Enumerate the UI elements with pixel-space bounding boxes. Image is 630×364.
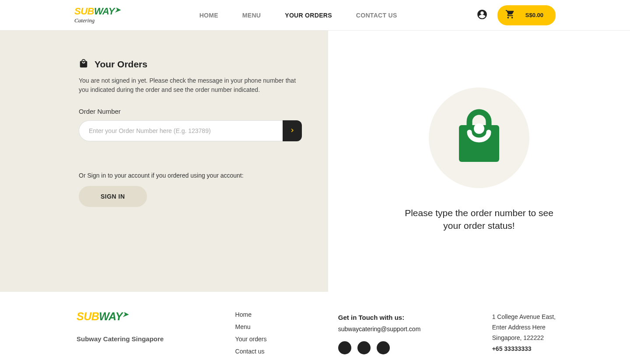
logo-arrow-icon: ➤	[122, 311, 128, 318]
order-number-input[interactable]	[79, 120, 283, 141]
social-link-2[interactable]	[357, 341, 371, 354]
empty-state-message: Please type the order number to see your…	[400, 206, 558, 232]
footer-address-col: 1 College Avenue East, Enter Address Her…	[492, 309, 556, 355]
address-line-1: 1 College Avenue East,	[492, 312, 556, 322]
address-line-2: Enter Address Here	[492, 322, 556, 333]
address-line-3: Singapore, 122222	[492, 333, 556, 343]
contact-email[interactable]: subwaycatering@support.com	[338, 326, 421, 332]
cart-icon	[505, 10, 515, 21]
footer-link-home[interactable]: Home	[235, 311, 267, 318]
nav-home[interactable]: HOME	[200, 12, 218, 19]
order-number-input-group	[79, 120, 302, 141]
nav-contact[interactable]: CONTACT US	[356, 12, 397, 19]
footer: SUBWAY➤ Subway Catering Singapore Home M…	[0, 292, 630, 364]
panel-title: Your Orders	[94, 59, 147, 70]
signin-prompt: Or Sign in to your account if you ordere…	[79, 172, 302, 179]
social-links	[338, 341, 421, 354]
social-link-1[interactable]	[338, 341, 351, 354]
main-content: Your Orders You are not signed in yet. P…	[0, 31, 630, 292]
header-actions: S$0.00	[476, 5, 556, 25]
cart-button[interactable]: S$0.00	[497, 5, 556, 25]
footer-link-contact[interactable]: Contact us	[235, 348, 267, 355]
order-number-label: Order Number	[79, 108, 302, 115]
footer-links-col: Home Menu Your orders Contact us	[235, 309, 267, 355]
social-link-3[interactable]	[377, 341, 390, 354]
cart-amount: S$0.00	[525, 12, 543, 18]
footer-brand-col: SUBWAY➤ Subway Catering Singapore	[77, 309, 164, 355]
empty-state-illustration	[429, 88, 529, 188]
shopping-bag-large-icon	[453, 108, 505, 167]
order-lookup-panel: Your Orders You are not signed in yet. P…	[0, 31, 328, 292]
logo[interactable]: SUBWAY➤ Catering	[74, 7, 120, 24]
contact-phone: +65 33333333	[492, 344, 556, 354]
logo-arrow-icon: ➤	[115, 6, 120, 14]
submit-order-number-button[interactable]	[283, 120, 302, 141]
account-icon[interactable]	[476, 9, 488, 22]
logo-catering: Catering	[74, 17, 120, 24]
main-nav: HOME MENU YOUR ORDERS CONTACT US	[200, 12, 397, 19]
contact-title: Get in Touch with us:	[338, 314, 421, 321]
panel-heading-row: Your Orders	[79, 59, 302, 70]
nav-menu[interactable]: MENU	[242, 12, 261, 19]
signin-button[interactable]: SIGN IN	[79, 186, 147, 207]
footer-logo[interactable]: SUBWAY➤	[77, 311, 164, 322]
footer-tagline: Subway Catering Singapore	[77, 335, 164, 343]
footer-link-menu[interactable]: Menu	[235, 323, 267, 330]
footer-link-orders[interactable]: Your orders	[235, 336, 267, 343]
order-status-panel: Please type the order number to see your…	[328, 31, 630, 292]
bag-icon	[79, 59, 88, 70]
logo-part-way: WAY	[94, 6, 115, 17]
svg-point-1	[474, 123, 484, 134]
footer-contact-col: Get in Touch with us: subwaycatering@sup…	[338, 309, 421, 355]
panel-description: You are not signed in yet. Please check …	[79, 76, 302, 94]
header: SUBWAY➤ Catering HOME MENU YOUR ORDERS C…	[0, 0, 630, 31]
chevron-right-icon	[289, 127, 295, 135]
nav-your-orders[interactable]: YOUR ORDERS	[285, 12, 332, 19]
logo-part-sub: SUB	[74, 6, 94, 17]
logo-text: SUBWAY➤	[74, 7, 120, 16]
